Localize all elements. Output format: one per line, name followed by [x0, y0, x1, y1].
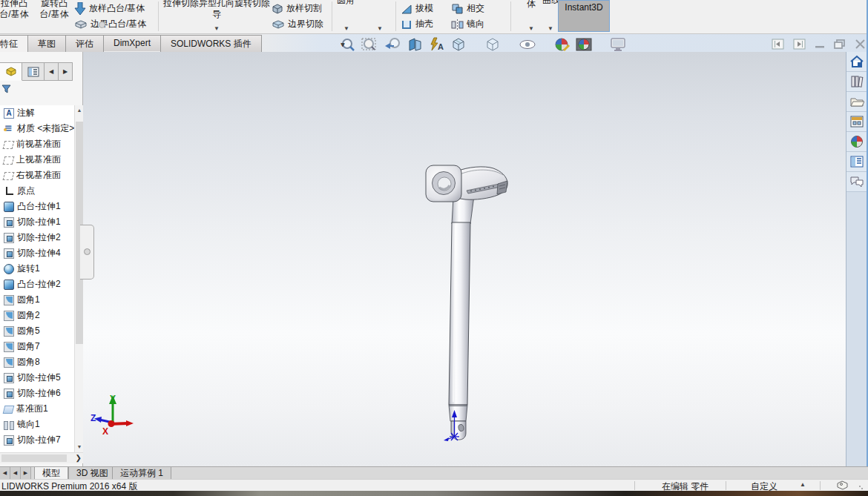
property-manager-icon — [27, 67, 39, 77]
tab-model[interactable]: 模型 — [34, 467, 68, 479]
tree-item[interactable]: 圆角1 — [0, 292, 74, 308]
status-separator — [820, 481, 821, 490]
revolved-cut-button[interactable]: 旋转切除 — [234, 0, 270, 9]
tree-item[interactable]: 圆角5 — [0, 323, 74, 339]
panel-tab-scroll-left[interactable]: ◀ — [45, 62, 59, 81]
tab-3d-views[interactable]: 3D 视图 — [68, 467, 116, 479]
scroll-thumb[interactable] — [1, 454, 67, 462]
view-orientation-icon[interactable] — [450, 36, 467, 53]
tree-item[interactable]: 切除-拉伸6 — [0, 386, 74, 401]
boundary-cut-button[interactable]: 边界切除 — [272, 16, 323, 32]
minimize-button[interactable] — [815, 39, 825, 50]
annotation-view-icon[interactable]: A — [429, 37, 445, 52]
tree-item-label: 切除-拉伸5 — [17, 371, 61, 384]
solidworks-forum-button[interactable] — [846, 172, 867, 192]
model-3d-view[interactable]: Y Z X — [83, 52, 846, 466]
model-seatpost[interactable] — [426, 165, 507, 441]
tree-item[interactable]: 圆角2 — [0, 308, 74, 323]
tab-feature-tree[interactable] — [0, 62, 22, 81]
tree-item-icon — [3, 406, 15, 414]
tree-item-label: 凸台-拉伸2 — [17, 278, 61, 291]
tree-item[interactable]: 镜向1 — [0, 417, 74, 432]
fillet-button[interactable]: 圆角 — [330, 0, 361, 6]
home-button[interactable] — [846, 52, 867, 72]
lofted-cut-button[interactable]: 放样切割 — [272, 1, 323, 16]
tree-item[interactable]: 基准面1 — [0, 401, 74, 417]
tab-solidworks-addins[interactable]: SOLIDWORKS 插件 — [160, 35, 262, 53]
tree-item[interactable]: 前视基准面 — [0, 136, 74, 152]
tree-filter[interactable] — [1, 85, 82, 96]
edit-appearance-icon[interactable] — [554, 36, 571, 53]
appearances-scenes-button[interactable] — [846, 132, 867, 152]
view-palette-button[interactable] — [846, 112, 867, 132]
instant3d-toggle[interactable]: Instant3D — [558, 0, 610, 32]
tab-scroll-right[interactable]: ▶ — [21, 467, 31, 479]
mirror-button[interactable]: 镜向 — [451, 16, 484, 32]
tab-property-manager[interactable] — [22, 62, 45, 81]
file-explorer-button[interactable] — [846, 92, 867, 112]
lofted-boss-button[interactable]: 放样凸台/基体 — [74, 1, 146, 16]
tree-item[interactable]: 注解 — [0, 105, 74, 121]
fillet-dropdown[interactable]: ▼ — [343, 25, 349, 32]
tab-scroll-first[interactable]: ◀ — [0, 467, 10, 479]
panel-splitter-handle[interactable] — [80, 225, 94, 280]
apply-scene-icon[interactable] — [576, 36, 592, 53]
customize-dropdown-arrow[interactable]: ▲ — [800, 481, 806, 488]
collapse-left-pane-button[interactable] — [772, 39, 784, 50]
draft-button[interactable]: 拔模 — [401, 1, 433, 16]
close-button[interactable] — [855, 39, 866, 50]
shell-button[interactable]: 抽壳 — [401, 16, 433, 32]
tree-item[interactable]: 右视基准面 — [0, 168, 74, 183]
tab-sketch[interactable]: 草图 — [27, 35, 66, 53]
intersect-button[interactable]: 相交 — [451, 1, 484, 16]
tree-item[interactable]: 原点 — [0, 183, 74, 199]
tab-features[interactable]: 特征 — [0, 35, 28, 53]
tree-item[interactable]: 切除-拉伸5 — [0, 370, 74, 386]
extruded-boss-button[interactable]: 拉伸凸台/基体 — [0, 0, 33, 20]
boundary-boss-button[interactable]: 边界凸台/基体 — [74, 16, 146, 32]
tree-horizontal-scrollbar[interactable]: ❯ — [0, 452, 83, 463]
resize-grip[interactable] — [859, 486, 864, 490]
tree-item[interactable]: 切除-拉伸1 — [0, 214, 74, 230]
tree-item[interactable]: 切除-拉伸2 — [0, 230, 74, 245]
scroll-up-arrow[interactable]: ▲ — [75, 105, 84, 116]
view-settings-dropdown[interactable]: ▼ — [340, 42, 346, 48]
design-library-button[interactable] — [846, 72, 867, 92]
collapse-right-pane-button[interactable] — [793, 39, 806, 50]
display-style-icon[interactable] — [484, 36, 501, 53]
hole-wizard-dropdown[interactable]: ▼ — [214, 25, 220, 32]
tab-scroll-left[interactable]: ◀ — [10, 467, 21, 479]
custom-properties-button[interactable] — [846, 152, 867, 172]
tab-motion-study[interactable]: 运动算例 1 — [112, 467, 171, 479]
reference-geometry-dropdown[interactable]: ▼ — [528, 25, 534, 32]
tab-dimxpert[interactable]: DimXpert — [103, 35, 161, 51]
tree-item[interactable]: 圆角8 — [0, 354, 74, 370]
hole-wizard-button[interactable]: 异型孔向导 — [199, 0, 234, 20]
revolved-boss-button[interactable]: 旋转凸台/基体 — [36, 0, 73, 20]
scroll-down-arrow[interactable]: ▼ — [75, 442, 84, 452]
hide-show-items-icon[interactable] — [519, 39, 536, 50]
lofted-boss-icon — [74, 2, 86, 16]
tree-item[interactable]: 圆角7 — [0, 339, 74, 354]
scroll-right-arrow[interactable]: ❯ — [76, 453, 82, 463]
view-settings-icon[interactable] — [610, 37, 626, 52]
restore-button[interactable] — [834, 39, 846, 50]
window-controls — [772, 39, 866, 50]
extruded-cut-button[interactable]: 拉伸切除 — [163, 0, 199, 9]
panel-width-handle[interactable] — [99, 22, 105, 28]
tree-item[interactable]: 凸台-拉伸2 — [0, 277, 74, 292]
tree-item[interactable]: 材质 <未指定> — [0, 121, 74, 136]
tree-item[interactable]: 切除-拉伸7 — [0, 432, 74, 448]
panel-tab-scroll-right[interactable]: ▶ — [59, 62, 73, 81]
tree-item[interactable]: 凸台-拉伸1 — [0, 199, 74, 214]
section-view-icon[interactable] — [407, 37, 424, 52]
zoom-area-icon[interactable] — [361, 37, 379, 52]
linear-pattern-dropdown[interactable]: ▼ — [377, 25, 383, 32]
tree-item[interactable]: 上视基准面 — [0, 152, 74, 168]
curves-dropdown[interactable]: ▼ — [548, 25, 553, 32]
tag-icon[interactable] — [837, 480, 849, 490]
tree-item[interactable]: 切除-拉伸4 — [0, 245, 74, 261]
tree-item[interactable]: 旋转1 — [0, 261, 74, 277]
previous-view-icon[interactable] — [384, 37, 402, 52]
tab-evaluate[interactable]: 评估 — [65, 35, 104, 53]
